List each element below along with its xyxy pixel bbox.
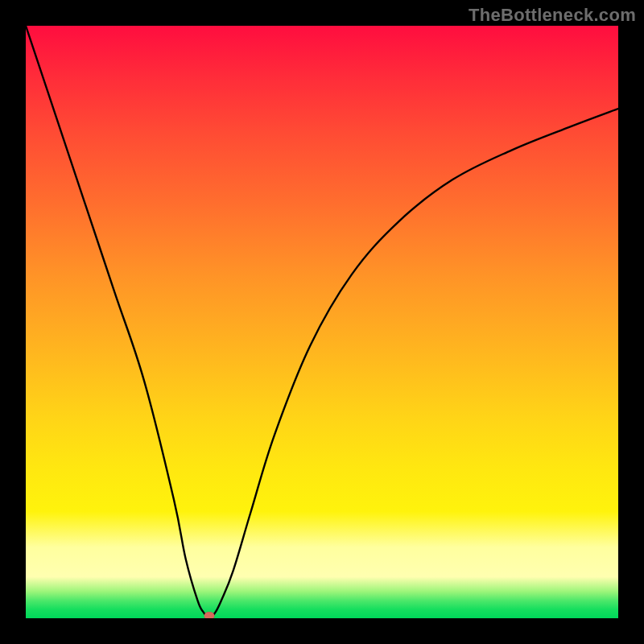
minimum-marker (204, 612, 215, 618)
bottleneck-curve (26, 26, 618, 618)
chart-frame: TheBottleneck.com (0, 0, 644, 644)
plot-area (26, 26, 618, 618)
watermark-text: TheBottleneck.com (469, 5, 636, 26)
